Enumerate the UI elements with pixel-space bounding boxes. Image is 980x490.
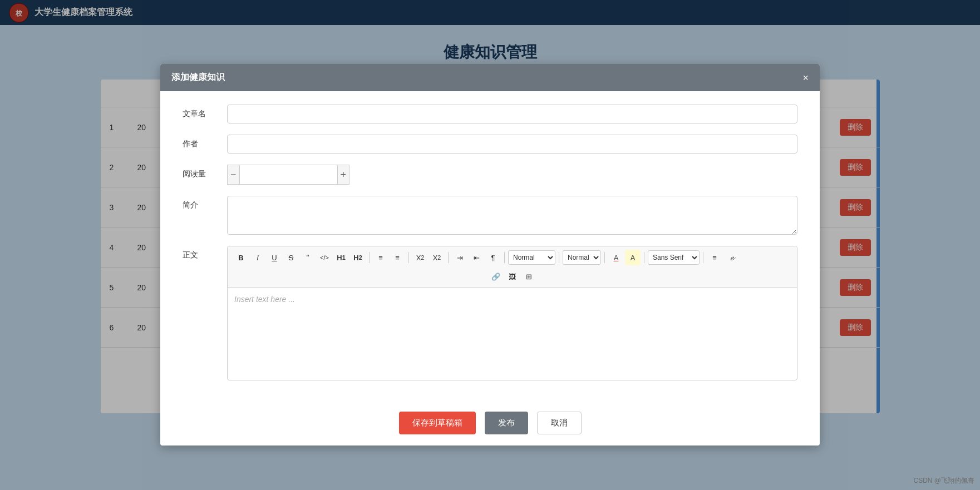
h1-button[interactable]: H1 bbox=[333, 250, 349, 265]
read-count-row: 阅读量 − + bbox=[183, 165, 797, 185]
toolbar-separator bbox=[448, 252, 449, 263]
toolbar-row-2: 🔗 🖼 ⊞ bbox=[233, 269, 791, 284]
save-draft-button[interactable]: 保存到草稿箱 bbox=[399, 412, 476, 434]
toolbar-separator bbox=[559, 252, 559, 263]
summary-row: 简介 bbox=[183, 196, 797, 235]
author-input[interactable] bbox=[227, 135, 797, 154]
toolbar-separator bbox=[369, 252, 370, 263]
read-count-label: 阅读量 bbox=[183, 165, 227, 179]
unordered-list-button[interactable]: ≡ bbox=[390, 250, 405, 265]
clear-format-button[interactable]: 𝓮 bbox=[723, 250, 739, 265]
author-row: 作者 bbox=[183, 135, 797, 154]
superscript-button[interactable]: X2 bbox=[429, 250, 445, 265]
summary-label: 简介 bbox=[183, 196, 227, 210]
quote-button[interactable]: " bbox=[300, 250, 316, 265]
toolbar-separator bbox=[604, 252, 605, 263]
link-button[interactable]: 🔗 bbox=[488, 269, 504, 284]
italic-button[interactable]: I bbox=[250, 250, 265, 265]
article-name-input[interactable] bbox=[227, 105, 797, 123]
indent-right-button[interactable]: ⇥ bbox=[452, 250, 467, 265]
toolbar-separator bbox=[408, 252, 409, 263]
decrement-button[interactable]: − bbox=[227, 165, 240, 185]
modal-header: 添加健康知识 × bbox=[160, 64, 820, 91]
increment-button[interactable]: + bbox=[337, 165, 350, 185]
summary-input[interactable] bbox=[227, 196, 797, 235]
add-knowledge-modal: 添加健康知识 × 文章名 作者 阅读量 − + bbox=[160, 64, 820, 446]
rich-text-editor[interactable]: B I U S " </> H1 H2 ≡ ≡ X2 bbox=[227, 246, 797, 380]
read-count-group: − + bbox=[227, 165, 349, 185]
modal-body: 文章名 作者 阅读量 − + 简介 bbox=[160, 91, 820, 403]
strikethrough-button[interactable]: S bbox=[283, 250, 299, 265]
font-family-select[interactable]: Sans Serif Serif Monospace bbox=[648, 250, 700, 265]
table-button[interactable]: ⊞ bbox=[521, 269, 537, 284]
heading-select[interactable]: Normal Heading 1 Heading 2 bbox=[508, 250, 555, 265]
modal-title: 添加健康知识 bbox=[171, 72, 225, 83]
code-button[interactable]: </> bbox=[317, 250, 332, 265]
modal-footer: 保存到草稿箱 发布 取消 bbox=[160, 403, 820, 446]
cancel-button[interactable]: 取消 bbox=[537, 412, 582, 434]
toolbar-row-1: B I U S " </> H1 H2 ≡ ≡ X2 bbox=[233, 250, 791, 265]
article-name-row: 文章名 bbox=[183, 105, 797, 123]
indent-left-button[interactable]: ⇤ bbox=[469, 250, 484, 265]
content-label: 正文 bbox=[183, 246, 227, 260]
editor-toolbar: B I U S " </> H1 H2 ≡ ≡ X2 bbox=[228, 246, 797, 288]
modal-close-button[interactable]: × bbox=[802, 73, 809, 83]
article-name-label: 文章名 bbox=[183, 105, 227, 119]
content-row: 正文 B I U S " </> H1 H2 bbox=[183, 246, 797, 380]
subscript-button[interactable]: X2 bbox=[412, 250, 428, 265]
ordered-list-button[interactable]: ≡ bbox=[373, 250, 388, 265]
h2-button[interactable]: H2 bbox=[350, 250, 366, 265]
image-button[interactable]: 🖼 bbox=[505, 269, 520, 284]
editor-placeholder: Insert text here ... bbox=[234, 295, 295, 304]
align-button[interactable]: ≡ bbox=[707, 250, 722, 265]
bg-color-button[interactable]: A bbox=[625, 250, 641, 265]
paragraph-button[interactable]: ¶ bbox=[485, 250, 501, 265]
editor-content[interactable]: Insert text here ... bbox=[228, 288, 797, 380]
underline-button[interactable]: U bbox=[267, 250, 282, 265]
toolbar-separator bbox=[703, 252, 703, 263]
modal-overlay: 添加健康知识 × 文章名 作者 阅读量 − + bbox=[0, 0, 980, 490]
toolbar-separator bbox=[504, 252, 505, 263]
read-count-input[interactable] bbox=[240, 165, 337, 185]
publish-button[interactable]: 发布 bbox=[485, 412, 528, 434]
author-label: 作者 bbox=[183, 135, 227, 149]
bold-button[interactable]: B bbox=[233, 250, 249, 265]
font-color-button[interactable]: A bbox=[608, 250, 624, 265]
font-size-select[interactable]: Normal Small Large bbox=[563, 250, 601, 265]
toolbar-separator bbox=[644, 252, 644, 263]
